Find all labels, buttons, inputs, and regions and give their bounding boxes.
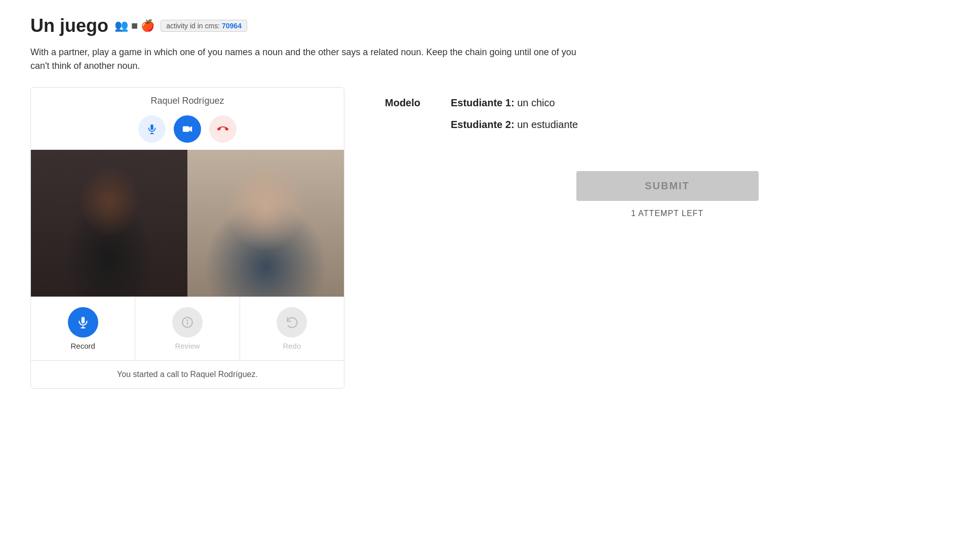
svg-rect-5 [81, 317, 85, 323]
apple-icon: 🍎 [141, 19, 154, 32]
review-button [172, 307, 203, 338]
redo-button [277, 307, 307, 338]
caller-name: Raquel Rodríguez [31, 88, 344, 111]
estudiante2-line: Estudiante 2: un estudiante [451, 119, 578, 131]
attempt-text: 1 ATTEMPT LEFT [631, 209, 703, 218]
svg-rect-10 [187, 322, 188, 325]
mic-button[interactable] [138, 115, 166, 143]
submit-button[interactable]: SUBMIT [576, 171, 759, 201]
page-description: With a partner, play a game in which one… [30, 46, 587, 73]
estudiante1-line: Estudiante 1: un chico [451, 97, 578, 109]
video-button[interactable] [174, 115, 201, 143]
group-icon: 👥 [114, 19, 128, 32]
person-right-video [187, 150, 344, 297]
video-status: You started a call to Raquel Rodríguez. [31, 360, 344, 388]
svg-rect-3 [183, 127, 189, 132]
video-feed [31, 150, 344, 297]
end-call-button[interactable] [209, 115, 237, 143]
record-controls: Record Review [31, 297, 344, 360]
record-button[interactable] [68, 307, 98, 338]
video-slot-right [187, 150, 344, 297]
activity-id: 70964 [222, 22, 242, 30]
right-panel: Modelo Estudiante 1: un chico Estudiante… [385, 87, 950, 218]
redo-label: Redo [283, 342, 301, 350]
main-layout: Raquel Rodríguez [30, 87, 950, 389]
estudiante2-label: Estudiante 2: [451, 119, 515, 130]
svg-rect-0 [150, 124, 153, 130]
svg-point-9 [186, 319, 188, 321]
modelo-content: Estudiante 1: un chico Estudiante 2: un … [451, 97, 578, 131]
header-icons: 👥 ■ 🍎 [114, 19, 154, 32]
redo-section: Redo [240, 297, 344, 360]
page-title: Un juego [30, 15, 108, 36]
estudiante2-text: un estudiante [517, 119, 578, 130]
review-section: Review [135, 297, 240, 360]
video-slot-left [31, 150, 187, 297]
modelo-label: Modelo [385, 97, 430, 131]
modelo-section: Modelo Estudiante 1: un chico Estudiante… [385, 97, 950, 131]
review-label: Review [175, 342, 200, 350]
call-controls [31, 111, 344, 150]
estudiante1-text: un chico [517, 97, 555, 108]
estudiante1-label: Estudiante 1: [451, 97, 515, 108]
video-panel: Raquel Rodríguez [30, 87, 344, 389]
record-section: Record [31, 297, 135, 360]
activity-label: activity id in cms: 70964 [161, 20, 247, 32]
submit-area: SUBMIT 1 ATTEMPT LEFT [385, 171, 950, 218]
svg-marker-4 [189, 127, 192, 132]
square-icon: ■ [131, 19, 138, 32]
record-label: Record [70, 342, 95, 350]
page-header: Un juego 👥 ■ 🍎 activity id in cms: 70964 [30, 15, 950, 36]
person-left-video [31, 150, 187, 297]
